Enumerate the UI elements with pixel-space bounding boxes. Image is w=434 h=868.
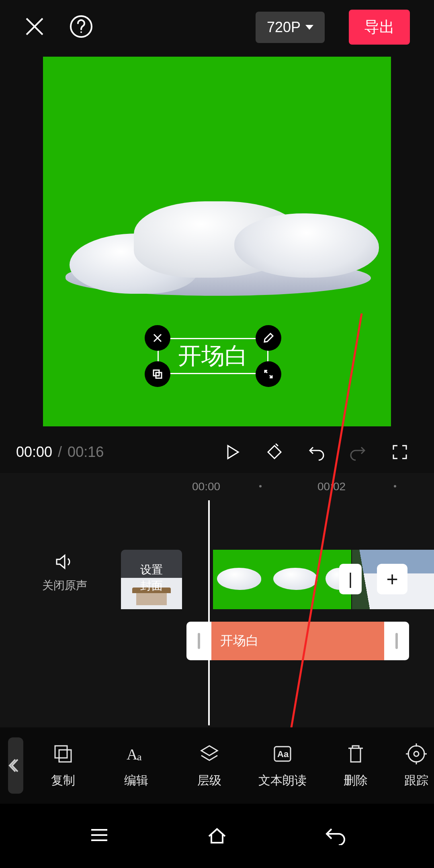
resolution-label: 720P <box>267 19 301 36</box>
text-clip[interactable]: 开场白 <box>186 622 409 660</box>
video-clip-1[interactable] <box>213 550 351 609</box>
svg-point-13 <box>408 746 424 762</box>
tool-tts[interactable]: Aa 文本朗读 <box>246 743 319 789</box>
text-clip-label: 开场白 <box>211 622 384 660</box>
total-time: 00:16 <box>68 444 104 461</box>
scale-handle[interactable] <box>256 361 281 387</box>
keyframe-button[interactable] <box>256 443 293 461</box>
svg-text:Aa: Aa <box>277 749 289 759</box>
undo-button[interactable] <box>298 443 334 461</box>
svg-text:A: A <box>127 746 138 763</box>
overlay-text: 开场白 <box>154 334 272 378</box>
nav-menu-button[interactable] <box>87 825 111 847</box>
add-clip-button[interactable]: + <box>377 564 407 594</box>
svg-point-12 <box>414 751 419 756</box>
clip-handle-right[interactable] <box>384 622 409 660</box>
clip-handle-left[interactable] <box>186 622 211 660</box>
svg-point-0 <box>71 16 92 37</box>
preview-canvas[interactable]: 开场白 <box>43 57 391 426</box>
time-sep: / <box>58 444 62 461</box>
transition-button[interactable]: | <box>339 564 362 594</box>
tool-edit-label: 编辑 <box>124 772 148 789</box>
tool-copy-label: 复制 <box>51 772 75 789</box>
edit-handle[interactable] <box>256 325 281 351</box>
export-button[interactable]: 导出 <box>349 10 410 45</box>
help-button[interactable] <box>69 14 93 40</box>
tool-track-label: 跟踪 <box>404 772 428 789</box>
close-button[interactable] <box>24 16 45 39</box>
current-time: 00:00 <box>16 444 52 461</box>
mute-label: 关闭原声 <box>42 578 87 593</box>
nav-back-button[interactable] <box>323 825 347 847</box>
playhead[interactable] <box>208 500 210 725</box>
cover-thumbnail[interactable]: 设置 封面 <box>121 550 182 609</box>
resolution-button[interactable]: 720P <box>256 12 325 43</box>
svg-text:a: a <box>137 751 142 763</box>
tool-layer-label: 层级 <box>197 772 221 789</box>
delete-handle[interactable] <box>145 325 170 351</box>
tool-track[interactable]: 跟踪 <box>392 743 434 789</box>
cloud-graphic <box>45 189 389 298</box>
chevron-down-icon <box>305 25 313 30</box>
fullscreen-button[interactable] <box>382 443 418 461</box>
mute-button[interactable]: 关闭原声 <box>42 551 87 593</box>
redo-button <box>340 443 376 461</box>
text-selection-box[interactable]: 开场白 <box>154 334 272 378</box>
svg-point-1 <box>80 31 82 33</box>
tool-edit[interactable]: Aa 编辑 <box>100 743 173 789</box>
toolbar-back-button[interactable] <box>8 737 23 794</box>
tool-tts-label: 文本朗读 <box>258 772 307 789</box>
timeline-ruler: 00:00 00:02 <box>0 473 434 497</box>
tool-delete-label: 删除 <box>344 772 368 789</box>
tool-layer[interactable]: 层级 <box>173 743 246 789</box>
svg-rect-6 <box>55 746 67 758</box>
play-button[interactable] <box>215 443 251 461</box>
svg-rect-7 <box>59 750 71 762</box>
tool-copy[interactable]: 复制 <box>27 743 100 789</box>
nav-home-button[interactable] <box>205 825 229 847</box>
copy-handle[interactable] <box>145 361 170 387</box>
tool-delete[interactable]: 删除 <box>319 743 392 789</box>
timeline[interactable]: 00:00 00:02 关闭原声 设置 封面 | + 开场白 <box>0 473 434 746</box>
